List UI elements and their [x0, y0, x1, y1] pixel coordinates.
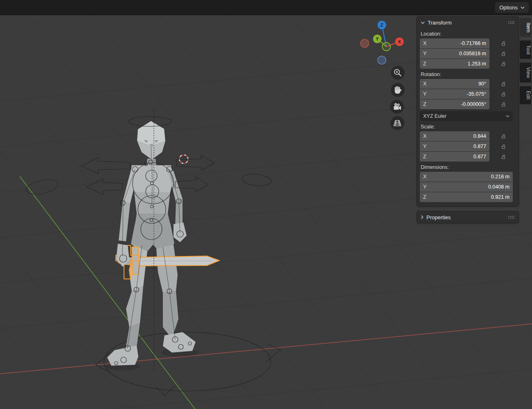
camera-icon	[392, 102, 401, 111]
field-value: 90°	[478, 81, 486, 87]
rotation-x-field[interactable]: X 90°	[420, 79, 489, 89]
field-value: 0.877	[473, 154, 486, 160]
field-value: 0.921 m	[491, 194, 509, 200]
pan-hand-button[interactable]	[391, 83, 405, 97]
dimensions-y-field[interactable]: Y 0.0408 m	[420, 182, 513, 192]
sidebar-tab-strip: Item Tool View Edit	[520, 18, 532, 104]
transform-panel-header[interactable]: Transform	[417, 17, 518, 28]
field-value: -0.000005°	[461, 101, 486, 107]
properties-panel-header[interactable]: Properties	[417, 211, 518, 223]
location-x-field[interactable]: X -0.71766 m	[420, 38, 489, 48]
gizmo-x-ball[interactable]: X	[395, 38, 404, 46]
rotation-label: Rotation:	[421, 72, 515, 77]
gizmo-x-label: X	[398, 39, 401, 44]
location-z-field[interactable]: Z 1.253 m	[420, 59, 489, 69]
scale-x-field[interactable]: X 0.844	[420, 131, 489, 141]
field-value: 0.877	[473, 144, 486, 149]
properties-panel: Properties	[417, 211, 519, 223]
unlock-icon	[501, 154, 506, 160]
dimensions-x-field[interactable]: X 0.216 m	[420, 172, 513, 182]
field-value: 0.035816 m	[459, 51, 486, 56]
field-value: 0.216 m	[491, 174, 509, 180]
rotation-z-field[interactable]: Z -0.000005°	[420, 99, 489, 109]
dimensions-label: Dimensions:	[421, 164, 515, 170]
magnifier-plus-icon	[393, 68, 402, 77]
zoom-button[interactable]	[391, 66, 405, 80]
gizmo-minus-x-ball[interactable]	[361, 39, 369, 47]
gizmo-z-label: Z	[381, 22, 383, 27]
lock-scale-y-button[interactable]	[500, 143, 507, 150]
axis-label: Y	[423, 144, 426, 149]
lock-location-z-button[interactable]	[500, 60, 507, 67]
tab-edit[interactable]: Edit	[520, 86, 531, 104]
axis-label: Y	[423, 91, 426, 97]
lock-rotation-y-button[interactable]	[500, 90, 507, 98]
unlock-icon	[501, 92, 506, 97]
scale-label: Scale:	[421, 124, 515, 130]
lock-location-y-button[interactable]	[500, 50, 507, 57]
gizmo-y-ball[interactable]: Y	[373, 35, 382, 43]
unlock-icon	[501, 61, 506, 67]
gizmo-minus-z-ball[interactable]	[378, 56, 386, 64]
camera-view-button[interactable]	[390, 100, 404, 114]
dimensions-z-field[interactable]: Z 0.921 m	[420, 192, 513, 202]
unlock-icon	[501, 81, 506, 87]
lock-rotation-z-button[interactable]	[500, 101, 507, 108]
chevron-down-icon	[521, 6, 525, 9]
axis-label: Y	[423, 184, 426, 190]
gizmo-z-ball[interactable]: Z	[378, 21, 386, 29]
rotation-y-field[interactable]: Y -35.075°	[420, 89, 489, 99]
options-dropdown-button[interactable]: Options	[495, 2, 529, 13]
axis-label: X	[423, 40, 426, 46]
field-value: -0.71766 m	[460, 40, 486, 46]
3d-cursor	[178, 153, 190, 165]
blender-3d-viewport: Options Z Y	[0, 0, 532, 409]
gizmo-minus-y-ball[interactable]	[382, 43, 390, 51]
lock-scale-z-button[interactable]	[500, 153, 507, 160]
options-label: Options	[499, 4, 518, 11]
viewport-header: Options	[0, 0, 532, 15]
lock-location-x-button[interactable]	[500, 40, 507, 47]
axis-label: Z	[423, 194, 426, 200]
location-label: Location:	[421, 31, 515, 37]
unlock-icon	[501, 144, 506, 149]
transform-panel-title: Transform	[428, 20, 452, 26]
tab-view[interactable]: View	[520, 63, 531, 83]
grid-icon	[393, 119, 402, 128]
rotation-mode-dropdown[interactable]: XYZ Euler	[420, 111, 513, 121]
location-y-field[interactable]: Y 0.035816 m	[420, 49, 489, 58]
transform-panel: Transform Location: X -0.71766 m	[417, 16, 519, 207]
chevron-down-icon	[421, 21, 425, 24]
gizmo-y-label: Y	[376, 36, 379, 41]
unlock-icon	[501, 102, 506, 107]
viewport-navigation-gizmo[interactable]: Z Y X	[357, 17, 410, 66]
tab-item[interactable]: Item	[520, 18, 531, 37]
axis-label: X	[423, 133, 426, 139]
unlock-icon	[501, 51, 506, 56]
axis-label: Z	[423, 61, 426, 67]
lock-scale-x-button[interactable]	[500, 133, 507, 140]
field-value: 0.0408 m	[488, 184, 509, 190]
properties-panel-title: Properties	[426, 214, 451, 220]
perspective-grid-toggle-button[interactable]	[390, 116, 404, 130]
unlock-icon	[501, 41, 506, 46]
unlock-icon	[501, 134, 506, 139]
scale-z-field[interactable]: Z 0.877	[420, 152, 489, 162]
scale-y-field[interactable]: Y 0.877	[420, 142, 489, 151]
sidebar-n-panel: Transform Location: X -0.71766 m	[417, 16, 519, 223]
axis-label: X	[423, 174, 426, 180]
field-value: -35.075°	[467, 91, 486, 97]
hand-icon	[393, 85, 402, 94]
field-value: 1.253 m	[468, 61, 486, 67]
panel-drag-grip[interactable]	[508, 216, 515, 219]
chevron-right-icon	[421, 215, 424, 219]
lock-rotation-x-button[interactable]	[500, 80, 507, 88]
rotation-mode-value: XYZ Euler	[423, 113, 446, 119]
axis-label: Z	[423, 154, 426, 160]
tab-tool[interactable]: Tool	[520, 40, 531, 59]
chevron-down-icon	[506, 115, 509, 117]
panel-drag-grip[interactable]	[508, 21, 515, 25]
field-value: 0.844	[473, 133, 486, 139]
axis-label: X	[423, 81, 426, 87]
axis-label: Y	[423, 51, 426, 56]
